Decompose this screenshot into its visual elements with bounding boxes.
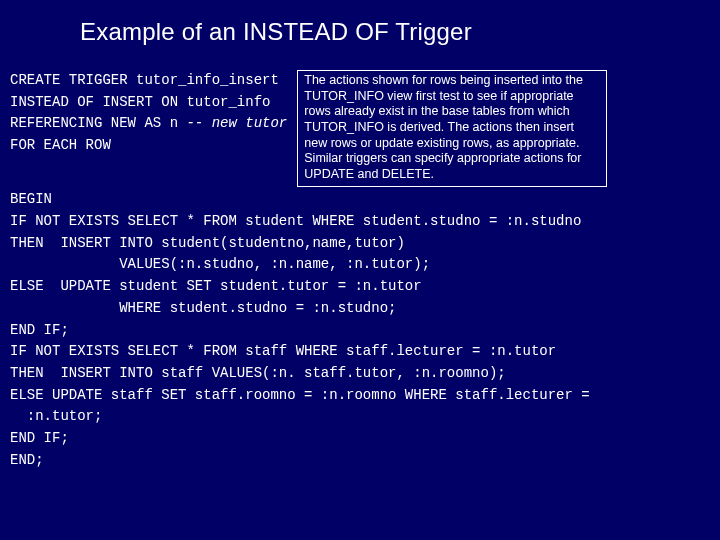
code-comment: -- new tutor [186, 115, 287, 131]
code-line: VALUES(:n.studno, :n.name, :n.tutor); [10, 256, 430, 272]
trigger-body-code: BEGIN IF NOT EXISTS SELECT * FROM studen… [10, 189, 680, 471]
code-line: INSTEAD OF INSERT ON tutor_info [10, 94, 270, 110]
code-line: CREATE TRIGGER tutor_info_insert [10, 72, 279, 88]
upper-section: CREATE TRIGGER tutor_info_insert INSTEAD… [10, 70, 680, 187]
explanation-box: The actions shown for rows being inserte… [297, 70, 607, 187]
trigger-header-code: CREATE TRIGGER tutor_info_insert INSTEAD… [10, 70, 287, 187]
code-line: IF NOT EXISTS SELECT * FROM staff WHERE … [10, 343, 556, 359]
code-line: END IF; [10, 430, 69, 446]
code-line: ELSE UPDATE student SET student.tutor = … [10, 278, 422, 294]
slide-title: Example of an INSTEAD OF Trigger [80, 18, 680, 46]
code-line: END; [10, 452, 44, 468]
code-line: ELSE UPDATE staff SET staff.roomno = :n.… [10, 387, 590, 403]
code-line: THEN INSERT INTO staff VALUES(:n. staff.… [10, 365, 506, 381]
code-line: THEN INSERT INTO student(studentno,name,… [10, 235, 405, 251]
code-line: REFERENCING NEW AS n [10, 115, 186, 131]
code-line: FOR EACH ROW [10, 137, 111, 153]
code-line: BEGIN [10, 191, 52, 207]
code-line: END IF; [10, 322, 69, 338]
code-line: IF NOT EXISTS SELECT * FROM student WHER… [10, 213, 581, 229]
code-line: WHERE student.studno = :n.studno; [10, 300, 396, 316]
code-line: :n.tutor; [10, 408, 102, 424]
